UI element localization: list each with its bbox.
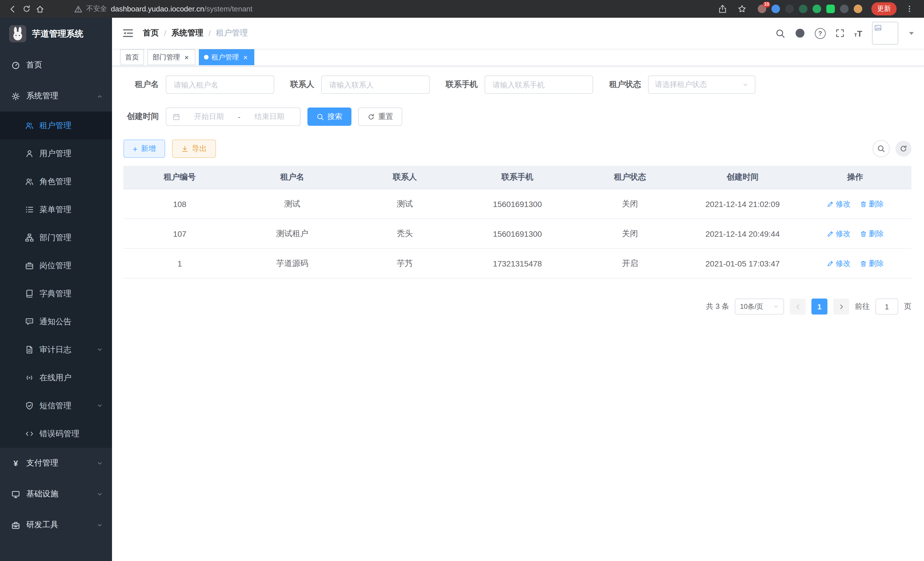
- sidebar-item-dept[interactable]: 部门管理: [0, 224, 112, 252]
- tab-close-icon[interactable]: [183, 53, 190, 61]
- goto-page-input[interactable]: [875, 299, 898, 314]
- extension-icon[interactable]: [771, 5, 780, 13]
- table-header-row: 租户编号 租户名 联系人 联系手机 租户状态 创建时间 操作: [123, 166, 911, 189]
- sidebar-item-label: 通知公告: [39, 317, 71, 327]
- breadcrumb-item-system[interactable]: 系统管理: [171, 28, 203, 38]
- page-number-button[interactable]: 1: [812, 299, 827, 314]
- cell-created: 2021-12-14 21:02:09: [686, 189, 799, 219]
- extension-icon[interactable]: [813, 5, 821, 13]
- fullscreen-button[interactable]: [836, 29, 844, 38]
- home-button[interactable]: [33, 2, 47, 16]
- sidebar-collapse-button[interactable]: [122, 27, 134, 39]
- contact-input[interactable]: [321, 75, 430, 94]
- cell-actions: 修改删除: [799, 219, 911, 248]
- extensions-puzzle-icon[interactable]: [840, 5, 849, 13]
- sidebar-section-system[interactable]: 系统管理: [0, 81, 112, 111]
- contact-input-field[interactable]: [328, 80, 423, 89]
- sidebar-item-audit-log[interactable]: 审计日志: [0, 336, 112, 364]
- sidebar-item-errcode[interactable]: 错误码管理: [0, 420, 112, 448]
- export-button[interactable]: 导出: [172, 140, 216, 158]
- sidebar-item-home[interactable]: 首页: [0, 50, 112, 81]
- sidebar-section-devtools[interactable]: 研发工具: [0, 510, 112, 540]
- monitor-icon: [11, 490, 20, 498]
- github-button[interactable]: [795, 28, 805, 38]
- navbar-actions: [776, 22, 914, 45]
- status-select[interactable]: 请选择租户状态: [648, 75, 755, 94]
- col-contact: 联系人: [349, 166, 461, 189]
- phone-input-field[interactable]: [491, 80, 586, 89]
- filter-status: 租户状态 请选择租户状态: [609, 75, 755, 94]
- sidebar-item-tenant[interactable]: 租户管理: [0, 111, 112, 140]
- tab-label: 部门管理: [153, 52, 180, 62]
- reset-button[interactable]: 重置: [358, 108, 402, 126]
- next-page-button[interactable]: [833, 299, 849, 314]
- breadcrumb-item-home[interactable]: 首页: [143, 28, 159, 38]
- search-button[interactable]: 搜索: [308, 108, 351, 126]
- sidebar-item-sms[interactable]: 短信管理: [0, 392, 112, 420]
- chevron-down-icon: [97, 522, 103, 528]
- delete-button[interactable]: 删除: [860, 199, 884, 209]
- sidebar-item-user[interactable]: 用户管理: [0, 140, 112, 168]
- bookmark-button[interactable]: [735, 2, 748, 16]
- extension-icon[interactable]: [785, 5, 794, 13]
- extensions-cluster: 10: [758, 5, 862, 13]
- edit-button[interactable]: 修改: [826, 199, 850, 209]
- font-size-button[interactable]: [854, 29, 862, 38]
- add-button[interactable]: 新增: [123, 140, 165, 158]
- page-size-select[interactable]: 10条/页: [735, 299, 784, 314]
- share-button[interactable]: [716, 2, 729, 16]
- prev-page-button[interactable]: [790, 299, 806, 314]
- delete-button[interactable]: 删除: [860, 258, 884, 268]
- question-icon: [815, 28, 826, 39]
- sidebar-item-label: 短信管理: [39, 401, 71, 411]
- back-button[interactable]: [6, 2, 20, 16]
- col-tenant-id: 租户编号: [123, 166, 236, 189]
- sidebar-item-label: 部门管理: [39, 232, 71, 243]
- tab-dept[interactable]: 部门管理: [147, 49, 195, 65]
- toggle-search-button[interactable]: [873, 140, 890, 157]
- pagination: 共 3 条 10条/页 1 前往 页: [123, 299, 911, 314]
- sidebar-item-notice[interactable]: 通知公告: [0, 308, 112, 336]
- sidebar-section-infrastructure[interactable]: 基础设施: [0, 479, 112, 510]
- cell-status: 关闭: [574, 189, 686, 219]
- edit-button[interactable]: 修改: [826, 258, 850, 268]
- browser-menu-button[interactable]: [902, 2, 916, 16]
- extension-icon[interactable]: 10: [758, 5, 766, 13]
- date-range-picker[interactable]: 开始日期 - 结束日期: [166, 108, 301, 126]
- sidebar-section-payment[interactable]: 支付管理: [0, 448, 112, 479]
- browser-update-button[interactable]: 更新: [872, 2, 897, 15]
- header-search-button[interactable]: [776, 28, 785, 38]
- delete-button[interactable]: 删除: [860, 229, 884, 239]
- sidebar-item-menu[interactable]: 菜单管理: [0, 196, 112, 224]
- sidebar-item-role[interactable]: 角色管理: [0, 168, 112, 196]
- yen-icon: [11, 459, 20, 468]
- refresh-table-button[interactable]: [896, 141, 911, 157]
- docs-help-button[interactable]: [815, 28, 826, 39]
- edit-button[interactable]: 修改: [826, 229, 850, 239]
- profile-avatar-icon[interactable]: [854, 5, 862, 13]
- reload-button[interactable]: [20, 2, 33, 16]
- tenant-name-input-field[interactable]: [172, 80, 267, 89]
- tenant-name-input[interactable]: [166, 75, 274, 94]
- extension-icon[interactable]: [799, 5, 807, 13]
- filter-create-time: 创建时间 开始日期 - 结束日期: [123, 108, 301, 126]
- tab-tenant[interactable]: 租户管理: [199, 49, 254, 65]
- document-icon: [25, 345, 34, 354]
- sidebar-section-label: 研发工具: [26, 520, 58, 530]
- cell-created: 2021-01-05 17:03:47: [686, 248, 799, 278]
- tab-close-icon[interactable]: [242, 53, 249, 61]
- tags-view-bar: 首页 部门管理 租户管理: [112, 49, 924, 66]
- sidebar-item-dict[interactable]: 字典管理: [0, 280, 112, 308]
- cell-actions: 修改删除: [799, 248, 911, 278]
- sidebar-item-online-user[interactable]: 在线用户: [0, 364, 112, 392]
- list-tree-icon: [25, 205, 34, 214]
- user-avatar[interactable]: [872, 22, 898, 45]
- avatar-caret-down-icon[interactable]: [909, 32, 914, 35]
- cell-created: 2021-12-14 20:49:44: [686, 219, 799, 248]
- contact-label: 联系人: [290, 80, 314, 90]
- tab-home[interactable]: 首页: [120, 49, 144, 65]
- phone-input[interactable]: [484, 75, 593, 94]
- sidebar-item-post[interactable]: 岗位管理: [0, 252, 112, 280]
- address-bar[interactable]: 不安全 dashboard.yudao.iocoder.cn/system/te…: [47, 4, 716, 14]
- extension-icon[interactable]: [826, 5, 835, 13]
